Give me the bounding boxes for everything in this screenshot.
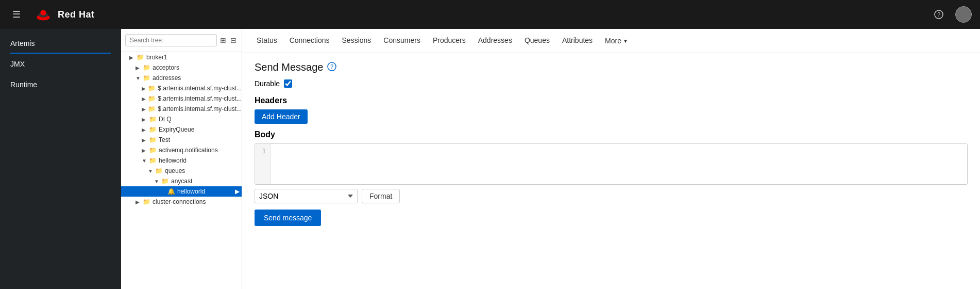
tree-folder-icon-helloworld-addr: 📁 — [149, 157, 157, 164]
tree-node-addr3[interactable]: ▶ 📁 $.artemis.internal.sf.my-clust... — [121, 104, 242, 114]
svg-text:?: ? — [330, 63, 333, 70]
brand: Red Hat — [33, 6, 95, 23]
tree-label-addr1: $.artemis.internal.sf.my-clust... — [158, 85, 242, 92]
tree-folder-icon-addr2: 📁 — [148, 95, 156, 102]
tree-arrow-right-helloworld: ▶ — [235, 188, 242, 195]
svg-text:?: ? — [937, 11, 940, 18]
tab-connections[interactable]: Connections — [283, 29, 336, 53]
durable-row: Durable — [255, 79, 968, 88]
page-help-icon[interactable]: ? — [327, 62, 336, 73]
tree-arrow-addr1: ▶ — [142, 86, 146, 91]
hamburger-menu-button[interactable]: ☰ — [8, 6, 25, 23]
tree-node-cluster-connections[interactable]: ▶ 📁 cluster-connections — [121, 197, 242, 207]
redhat-logo-icon — [33, 6, 54, 23]
tree-label-cluster-connections: cluster-connections — [153, 198, 206, 205]
durable-checkbox[interactable] — [284, 79, 292, 88]
format-select[interactable]: JSON Plain Text XML — [255, 189, 358, 203]
tree-arrow-queues: ▼ — [148, 168, 153, 174]
tree-node-test[interactable]: ▶ 📁 Test — [121, 135, 242, 145]
help-icon: ? — [934, 10, 943, 19]
navbar-left: ☰ Red Hat — [8, 6, 95, 23]
tree-node-helloworld-queue[interactable]: 🔔 helloworld ▶ — [121, 186, 242, 197]
tree-node-addr2[interactable]: ▶ 📁 $.artemis.internal.sf.my-clust... — [121, 93, 242, 104]
tree-node-acceptors[interactable]: ▶ 📁 acceptors — [121, 62, 242, 73]
tree-arrow-addr3: ▶ — [142, 106, 146, 112]
tree-panel: ⊞ ⊟ ▶ 📁 broker1 ▶ 📁 acceptors ▼ 📁 addr — [121, 29, 242, 289]
tree-node-broker1[interactable]: ▶ 📁 broker1 — [121, 52, 242, 62]
tree-arrow-helloworld-addr: ▼ — [142, 158, 147, 164]
tab-status[interactable]: Status — [250, 29, 283, 53]
tree-folder-icon-expiryqueue: 📁 — [149, 126, 157, 133]
tree-arrow-dlq: ▶ — [142, 117, 147, 122]
tree-label-activemq: activemq.notifications — [159, 147, 218, 154]
tree-folder-icon-dlq: 📁 — [149, 116, 157, 123]
tree-label-addresses: addresses — [153, 74, 181, 82]
tree-node-dlq[interactable]: ▶ 📁 DLQ — [121, 114, 242, 124]
navbar-right: ? — [931, 6, 972, 23]
tree-node-queues[interactable]: ▼ 📁 queues — [121, 166, 242, 176]
collapse-all-button[interactable]: ⊟ — [229, 35, 238, 45]
body-editor-content[interactable] — [271, 144, 967, 184]
avatar[interactable] — [955, 6, 972, 23]
add-header-button[interactable]: Add Header — [255, 109, 308, 124]
tree-arrow-addr2: ▶ — [142, 96, 146, 102]
tab-consumers[interactable]: Consumers — [377, 29, 427, 53]
tree-node-addresses[interactable]: ▼ 📁 addresses — [121, 73, 242, 83]
tree-label-test: Test — [159, 136, 170, 143]
sidebar-item-artemis[interactable]: Artemis — [0, 33, 121, 54]
chevron-down-icon: ▼ — [623, 38, 628, 44]
tree-folder-icon-broker1: 📁 — [137, 54, 144, 61]
tree-label-anycast: anycast — [171, 178, 192, 185]
tree-node-addr1[interactable]: ▶ 📁 $.artemis.internal.sf.my-clust... — [121, 83, 242, 93]
tree-label-addr2: $.artemis.internal.sf.my-clust... — [158, 95, 242, 102]
send-message-button[interactable]: Send message — [255, 210, 321, 226]
tab-producers[interactable]: Producers — [427, 29, 472, 53]
headers-section-title: Headers — [255, 96, 968, 105]
tree-arrow-cluster-connections: ▶ — [136, 199, 141, 205]
tree-queue-icon-helloworld: 🔔 — [167, 188, 175, 195]
navbar: ☰ Red Hat ? — [0, 0, 980, 29]
tree-arrow-activemq: ▶ — [142, 148, 147, 153]
tab-addresses[interactable]: Addresses — [472, 29, 518, 53]
tree-arrow-test: ▶ — [142, 137, 147, 143]
body-editor: 1 — [255, 143, 968, 185]
format-row: JSON Plain Text XML Format — [255, 189, 968, 203]
tree-node-anycast[interactable]: ▼ 📁 anycast — [121, 176, 242, 186]
tree-label-helloworld-addr: helloworld — [159, 157, 187, 164]
tree-folder-icon-anycast: 📁 — [161, 178, 169, 185]
sidebar-item-jmx[interactable]: JMX — [0, 54, 121, 74]
tree-node-activemq[interactable]: ▶ 📁 activemq.notifications — [121, 145, 242, 155]
tree-arrow-acceptors: ▶ — [136, 65, 141, 71]
tree-label-dlq: DLQ — [159, 116, 172, 123]
tab-sessions[interactable]: Sessions — [336, 29, 378, 53]
format-button[interactable]: Format — [362, 189, 400, 203]
tree-label-expiryqueue: ExpiryQueue — [159, 126, 194, 133]
tree-node-helloworld-addr[interactable]: ▼ 📁 helloworld — [121, 155, 242, 166]
line-numbers: 1 — [255, 144, 271, 184]
page-title-row: Send Message ? — [255, 61, 968, 73]
expand-all-button[interactable]: ⊞ — [219, 35, 227, 45]
tree-label-broker1: broker1 — [146, 54, 167, 61]
content-panel: Status Connections Sessions Consumers Pr… — [242, 29, 980, 289]
tree-label-acceptors: acceptors — [153, 64, 179, 71]
tab-queues[interactable]: Queues — [518, 29, 556, 53]
tree-node-expiryqueue[interactable]: ▶ 📁 ExpiryQueue — [121, 124, 242, 135]
tab-bar: Status Connections Sessions Consumers Pr… — [242, 29, 980, 53]
tree-arrow-addresses: ▼ — [136, 75, 141, 81]
sidebar-item-runtime[interactable]: Runtime — [0, 74, 121, 95]
tab-more[interactable]: More ▼ — [599, 29, 634, 52]
body-section-title: Body — [255, 130, 968, 139]
help-button[interactable]: ? — [931, 6, 947, 23]
sidebar-nav: Artemis JMX Runtime — [0, 29, 121, 95]
tree-label-queues: queues — [165, 167, 185, 174]
tree-search-icons: ⊞ ⊟ — [219, 35, 238, 45]
tree-label-addr3: $.artemis.internal.sf.my-clust... — [158, 105, 242, 113]
tree-folder-icon-addr1: 📁 — [148, 85, 156, 92]
svg-point-2 — [40, 10, 46, 15]
tree-folder-icon-activemq: 📁 — [149, 147, 157, 154]
tree-search-bar: ⊞ ⊟ — [121, 29, 242, 52]
tree-nodes-container: ▶ 📁 broker1 ▶ 📁 acceptors ▼ 📁 addresses … — [121, 52, 242, 207]
tree-folder-icon-cluster-connections: 📁 — [143, 198, 150, 205]
tab-attributes[interactable]: Attributes — [556, 29, 599, 53]
tree-search-input[interactable] — [125, 34, 217, 46]
